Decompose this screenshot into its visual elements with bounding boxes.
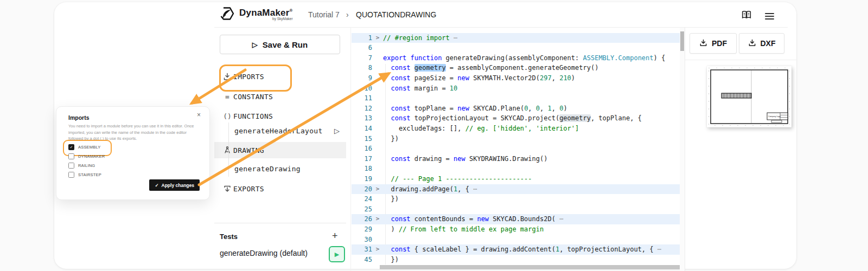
fold-chevron-icon[interactable]: > xyxy=(372,214,383,224)
module-option-dynamaker[interactable]: DYNAMAKER xyxy=(68,152,105,161)
breadcrumb-separator-icon: › xyxy=(346,10,349,19)
code-text: const geometry = assemblyComponent.gener… xyxy=(383,63,680,73)
sidebar-item-generatedrawing[interactable]: generateDrawing xyxy=(214,160,346,177)
code-editor[interactable]: 1>// #region import ⋯67export function g… xyxy=(352,33,680,265)
sidebar-item-functions[interactable]: ()FUNCTIONS xyxy=(214,108,346,124)
code-text: const drawing = new SKYDRAWING.Drawing() xyxy=(383,154,680,164)
code-line-7[interactable]: 7export function generateDrawing(assembl… xyxy=(352,53,680,63)
sidebar-item-label: EXPORTS xyxy=(233,185,264,193)
line-number: 45 xyxy=(352,255,372,265)
code-line-9[interactable]: 9 const pageSize = new SKYMATH.Vector2D(… xyxy=(352,73,680,83)
code-text xyxy=(383,144,680,154)
save-run-label: Save & Run xyxy=(263,40,308,49)
drawing-preview[interactable]: Company Logo xyxy=(707,66,792,127)
code-text: const margin = 10 xyxy=(383,83,680,94)
code-line-18[interactable]: 18 xyxy=(352,164,680,174)
checkbox-checked-icon[interactable]: ✓ xyxy=(68,144,74,150)
code-text: }) xyxy=(383,255,680,265)
fold-chevron-icon[interactable]: > xyxy=(372,244,383,255)
fold-gutter xyxy=(372,174,383,184)
fold-gutter xyxy=(372,73,383,83)
fold-gutter xyxy=(372,124,383,134)
code-line-29[interactable]: 29 ) // From left to middle ex page marg… xyxy=(352,224,680,235)
download-dxf-button[interactable]: DXF xyxy=(739,33,784,54)
functions-icon: () xyxy=(221,112,233,120)
tests-title: Tests xyxy=(220,233,238,241)
brand-registered-mark: ® xyxy=(290,8,293,13)
test-item-label[interactable]: generateDrawing (default) xyxy=(220,249,308,257)
fold-gutter xyxy=(372,53,383,63)
editor-horizontal-scrollbar[interactable] xyxy=(380,265,680,269)
code-line-45[interactable]: 45 }) xyxy=(352,255,680,265)
apply-changes-button[interactable]: ✓ Apply changes xyxy=(149,179,200,191)
module-option-railing[interactable]: RAILING xyxy=(68,161,105,170)
sidebar-item-generateheaderlayout[interactable]: generateHeaderLayout▷ xyxy=(214,122,346,139)
code-line-12[interactable]: 12 const topPlane = new SKYCAD.Plane(0, … xyxy=(352,104,680,114)
code-line-10[interactable]: 10 const margin = 10 xyxy=(352,83,680,94)
line-number: 30 xyxy=(352,235,372,245)
menu-icon[interactable] xyxy=(765,11,774,21)
play-outline-icon[interactable]: ▷ xyxy=(334,127,340,135)
code-line-19[interactable]: 19 // --- Page 1 ---------------------- xyxy=(352,174,680,184)
code-text: const pageSize = new SKYMATH.Vector2D(29… xyxy=(383,73,680,83)
breadcrumb-project[interactable]: Tutorial 7 xyxy=(308,10,340,19)
code-line-24[interactable]: 24 }) xyxy=(352,194,680,204)
code-line-20[interactable]: 20> drawing.addPage(1, { ⋯ xyxy=(352,184,680,195)
editor-vertical-scrollbar[interactable] xyxy=(680,31,684,51)
code-line-16[interactable]: 16 xyxy=(352,144,680,154)
import-icon xyxy=(221,73,233,81)
code-line-13[interactable]: 13 const topProjectionLayout = SKYCAD.pr… xyxy=(352,113,680,124)
download-pdf-button[interactable]: PDF xyxy=(690,33,737,54)
code-line-26[interactable]: 26> const contentBounds = new SKYCAD.Bou… xyxy=(352,214,680,224)
line-number: 16 xyxy=(352,144,372,154)
checkbox-icon[interactable] xyxy=(68,153,74,159)
code-text xyxy=(383,93,680,104)
sidebar-item-exports[interactable]: EXPORTS xyxy=(214,180,346,197)
code-line-11[interactable]: 11 xyxy=(352,93,680,104)
fold-gutter xyxy=(372,255,383,265)
docs-book-icon[interactable] xyxy=(742,10,751,22)
app-logo: DynaMaker® by SkyMaker xyxy=(219,6,293,23)
fold-gutter xyxy=(372,144,383,154)
code-text xyxy=(383,43,680,53)
constants-icon: = xyxy=(221,93,233,101)
sidebar-item-imports[interactable]: IMPORTS xyxy=(214,68,346,85)
save-run-button[interactable]: ▷ Save & Run xyxy=(220,35,340,54)
sidebar-item-label: IMPORTS xyxy=(233,73,264,81)
code-line-1[interactable]: 1>// #region import ⋯ xyxy=(352,33,680,43)
popup-title: Imports xyxy=(68,114,90,121)
apply-changes-label: Apply changes xyxy=(162,183,194,188)
code-line-25[interactable]: 25 xyxy=(352,204,680,215)
checkbox-icon[interactable] xyxy=(68,172,74,178)
code-line-6[interactable]: 6 xyxy=(352,43,680,53)
module-option-assembly[interactable]: ✓ASSEMBLY xyxy=(68,143,105,152)
fold-gutter xyxy=(372,194,383,204)
dxf-label: DXF xyxy=(761,39,776,48)
fold-gutter xyxy=(372,164,383,174)
sidebar-item-constants[interactable]: =CONSTANTS xyxy=(214,88,346,105)
fold-gutter xyxy=(372,235,383,245)
sidebar-item-drawing[interactable]: DRAWING xyxy=(214,142,346,158)
line-number: 26 xyxy=(352,214,372,224)
code-line-15[interactable]: 15 }) xyxy=(352,134,680,144)
line-number: 8 xyxy=(352,63,372,73)
code-line-8[interactable]: 8 const geometry = assemblyComponent.gen… xyxy=(352,63,680,73)
code-text: const contentBounds = new SKYCAD.Bounds2… xyxy=(383,214,680,224)
close-icon[interactable]: × xyxy=(197,111,201,119)
code-line-17[interactable]: 17 const drawing = new SKYDRAWING.Drawin… xyxy=(352,154,680,164)
line-number: 10 xyxy=(352,83,372,94)
checkbox-icon[interactable] xyxy=(68,163,74,169)
sidebar-editor-divider xyxy=(350,27,351,271)
fold-chevron-icon[interactable]: > xyxy=(372,33,383,43)
line-number: 14 xyxy=(352,124,372,134)
sidebar-tree-guide xyxy=(228,122,229,177)
code-line-30[interactable]: 30 xyxy=(352,235,680,245)
line-number: 7 xyxy=(352,53,372,63)
run-test-button[interactable]: ▶ xyxy=(329,246,345,262)
editor-vertical-scrollbar-track xyxy=(680,28,685,271)
code-line-14[interactable]: 14 excludeTags: [], // eg. ['hidden', 'i… xyxy=(352,124,680,134)
module-option-stairstep[interactable]: STAIRSTEP xyxy=(68,170,105,179)
code-line-31[interactable]: 31> const { scaleLabel } = drawing.addCo… xyxy=(352,244,680,255)
add-test-button[interactable]: + xyxy=(332,230,338,242)
fold-chevron-icon[interactable]: > xyxy=(372,184,383,195)
